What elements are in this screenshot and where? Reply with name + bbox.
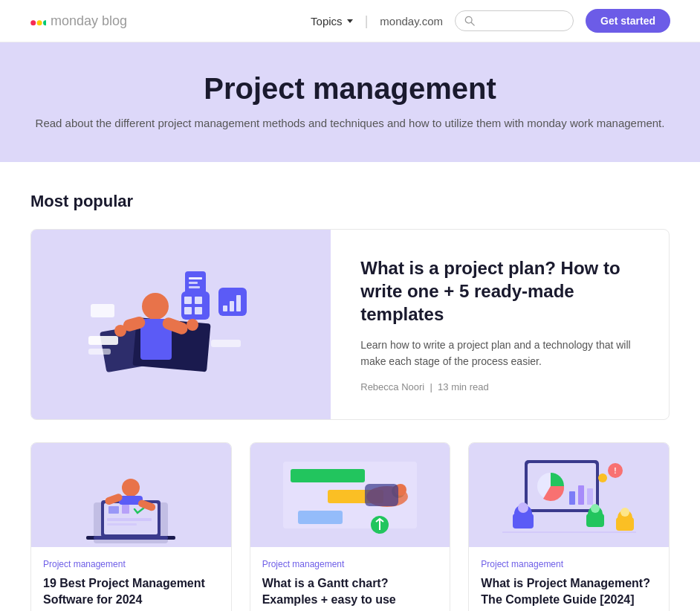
svg-point-61 bbox=[598, 473, 607, 482]
svg-rect-8 bbox=[88, 349, 111, 355]
search-icon bbox=[464, 16, 475, 26]
topics-menu[interactable]: Topics bbox=[311, 15, 353, 28]
svg-rect-12 bbox=[184, 307, 192, 314]
svg-point-66 bbox=[591, 504, 600, 513]
hero-section: Project management Read about the differ… bbox=[0, 42, 700, 162]
hero-title: Project management bbox=[15, 72, 685, 106]
article-illustration-3: ! bbox=[487, 447, 651, 543]
article-card-3[interactable]: ! Pr bbox=[468, 442, 670, 611]
svg-rect-7 bbox=[88, 336, 118, 345]
search-box[interactable] bbox=[455, 10, 574, 31]
svg-point-63 bbox=[518, 502, 528, 513]
svg-rect-46 bbox=[298, 511, 343, 524]
svg-point-23 bbox=[187, 319, 198, 331]
article-card-2[interactable]: Project management What is a Gantt chart… bbox=[250, 442, 451, 611]
hero-subtitle: Read about the different project managem… bbox=[15, 114, 685, 132]
article-title-2[interactable]: What is a Gantt chart? Examples + easy t… bbox=[262, 575, 438, 611]
article-title-1[interactable]: 19 Best Project Management Software for … bbox=[43, 575, 219, 607]
article-image-3: ! bbox=[469, 443, 669, 547]
featured-description: Learn how to write a project plan and a … bbox=[360, 337, 639, 370]
featured-image bbox=[31, 230, 331, 419]
header: monday blog Topics | monday.com Get star… bbox=[0, 0, 700, 42]
monday-logo-icon bbox=[30, 16, 46, 26]
svg-line-4 bbox=[471, 22, 474, 25]
svg-rect-42 bbox=[94, 536, 168, 540]
svg-rect-16 bbox=[230, 301, 234, 311]
article-category-2: Project management bbox=[262, 559, 438, 569]
featured-title[interactable]: What is a project plan? How to write one… bbox=[360, 256, 639, 326]
topics-chevron-icon bbox=[347, 19, 353, 23]
svg-rect-28 bbox=[189, 282, 198, 284]
svg-rect-24 bbox=[91, 304, 114, 317]
article-image-1 bbox=[31, 443, 231, 547]
logo-text: monday blog bbox=[51, 13, 127, 29]
featured-meta: Rebecca Noori | 13 min read bbox=[360, 381, 639, 392]
featured-illustration bbox=[77, 250, 285, 399]
svg-point-18 bbox=[142, 293, 169, 320]
featured-author: Rebecca Noori bbox=[360, 381, 424, 392]
article-body-1: Project management 19 Best Project Manag… bbox=[31, 547, 231, 611]
topics-label: Topics bbox=[311, 15, 343, 28]
svg-rect-64 bbox=[513, 514, 534, 528]
article-title-3[interactable]: What is Project Management? The Complete… bbox=[481, 575, 657, 607]
site-link[interactable]: monday.com bbox=[380, 15, 443, 28]
svg-rect-17 bbox=[236, 295, 241, 311]
svg-rect-10 bbox=[184, 297, 192, 304]
most-popular-heading: Most popular bbox=[30, 192, 670, 211]
article-body-3: Project management What is Project Manag… bbox=[469, 547, 669, 611]
search-input[interactable] bbox=[479, 15, 564, 27]
nav-divider: | bbox=[365, 13, 369, 29]
svg-rect-52 bbox=[365, 484, 398, 506]
svg-rect-44 bbox=[291, 469, 365, 482]
svg-rect-29 bbox=[189, 286, 200, 288]
article-card-1[interactable]: Project management 19 Best Project Manag… bbox=[30, 442, 232, 611]
svg-rect-27 bbox=[189, 277, 202, 279]
featured-read-time: 13 min read bbox=[438, 381, 489, 392]
logo[interactable]: monday blog bbox=[30, 13, 127, 29]
article-grid: Project management 19 Best Project Manag… bbox=[30, 442, 670, 611]
svg-rect-15 bbox=[223, 306, 227, 311]
article-body-2: Project management What is a Gantt chart… bbox=[250, 547, 450, 611]
svg-text:!: ! bbox=[614, 467, 616, 475]
svg-point-0 bbox=[30, 20, 36, 25]
nav-area: Topics | monday.com Get started bbox=[311, 9, 670, 33]
featured-card[interactable]: What is a project plan? How to write one… bbox=[30, 229, 670, 420]
svg-point-22 bbox=[114, 325, 126, 337]
article-category-3: Project management bbox=[481, 559, 657, 569]
svg-rect-35 bbox=[107, 518, 152, 521]
svg-rect-34 bbox=[122, 505, 129, 514]
svg-point-37 bbox=[122, 479, 140, 497]
article-illustration-1 bbox=[49, 447, 213, 543]
article-image-2 bbox=[250, 443, 450, 547]
svg-point-1 bbox=[37, 20, 42, 25]
svg-rect-57 bbox=[578, 485, 584, 505]
svg-rect-67 bbox=[586, 514, 604, 527]
svg-rect-11 bbox=[195, 297, 202, 304]
svg-rect-36 bbox=[107, 523, 137, 526]
featured-content: What is a project plan? How to write one… bbox=[331, 230, 669, 419]
svg-rect-25 bbox=[211, 340, 241, 347]
svg-rect-33 bbox=[108, 506, 119, 514]
article-illustration-2 bbox=[268, 447, 432, 543]
svg-point-69 bbox=[620, 508, 629, 517]
main-content: Most popular bbox=[16, 162, 684, 611]
svg-rect-13 bbox=[195, 307, 202, 314]
svg-rect-70 bbox=[616, 517, 634, 531]
svg-rect-56 bbox=[569, 491, 575, 505]
svg-point-2 bbox=[43, 20, 46, 25]
article-category-1: Project management bbox=[43, 559, 219, 569]
get-started-button[interactable]: Get started bbox=[586, 9, 670, 33]
svg-rect-58 bbox=[587, 488, 593, 505]
